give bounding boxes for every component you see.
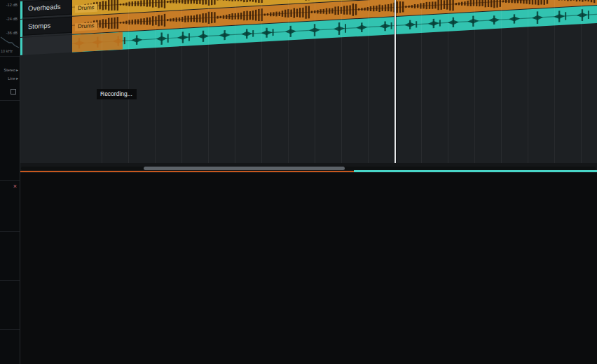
- spectrum-curve: [0, 35, 20, 49]
- analyzer-panel: × -12 dB-24 dB-36 dB10 kHzStereo ▸Line ▸: [0, 0, 20, 364]
- divider: [0, 180, 20, 181]
- arrangement-scrollbar: [20, 163, 597, 173]
- track-name: Overheads: [28, 3, 60, 13]
- selected-track-edge-line: [354, 170, 597, 172]
- divider: [0, 329, 20, 330]
- checkbox[interactable]: [11, 89, 16, 94]
- scrollbar-thumb[interactable]: [144, 167, 345, 170]
- clip-name-tag[interactable]: Drums: [75, 22, 97, 31]
- track-color-edge: [20, 1, 22, 19]
- bass-track-edge-line: [20, 171, 354, 172]
- track-color-edge: [20, 38, 22, 55]
- playhead-cursor[interactable]: [394, 0, 396, 163]
- io-item-line[interactable]: Line ▸: [8, 76, 18, 80]
- mixer-console: [20, 173, 597, 364]
- track-name: Stomps: [28, 22, 50, 31]
- divider: [0, 56, 20, 57]
- close-icon[interactable]: ×: [13, 183, 17, 190]
- arrangement-view: DrumsOverheadsDrumsStomps Recording...: [20, 0, 597, 163]
- track-header[interactable]: Overheads: [23, 0, 72, 18]
- track-header[interactable]: Stomps: [23, 17, 72, 36]
- divider: [0, 100, 20, 101]
- track-color-edge: [20, 20, 22, 37]
- db-scale-label: -24 dB: [6, 17, 18, 21]
- app-window: × -12 dB-24 dB-36 dB10 kHzStereo ▸Line ▸…: [0, 0, 597, 364]
- divider: [0, 231, 20, 232]
- frequency-label: 10 kHz: [1, 49, 13, 53]
- recording-status-badge: Recording...: [97, 89, 137, 99]
- db-scale-label: -12 dB: [6, 3, 18, 7]
- divider: [0, 280, 20, 281]
- clip-name-tag[interactable]: Drums: [75, 4, 97, 13]
- io-item-stereo[interactable]: Stereo ▸: [4, 68, 19, 72]
